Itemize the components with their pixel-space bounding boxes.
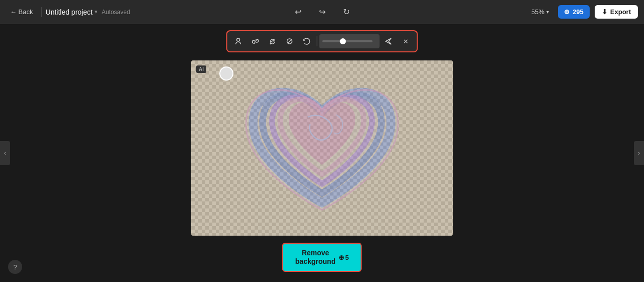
- heart-illustration: [191, 60, 453, 236]
- cost-value: 5: [345, 254, 349, 261]
- help-icon: ?: [13, 263, 17, 271]
- slider-thumb: [340, 38, 346, 44]
- brush-size-slider[interactable]: [319, 34, 380, 48]
- apply-tool-button[interactable]: [381, 33, 397, 49]
- lasso-tool-button[interactable]: [265, 33, 281, 49]
- remove-bg-line2: background: [295, 257, 336, 266]
- cost-icon: ⊕: [339, 254, 344, 261]
- project-title: Untitled project: [46, 8, 93, 16]
- back-label: ← Back: [10, 8, 33, 16]
- lasso-icon: [269, 37, 277, 45]
- export-button[interactable]: ⬇ Export: [595, 5, 638, 19]
- credits-count: 295: [573, 8, 584, 16]
- toolbar-divider: [317, 36, 317, 46]
- project-name-button[interactable]: Untitled project ▾: [46, 8, 98, 16]
- export-icon: ⬇: [602, 8, 607, 16]
- remove-bg-text: Remove background: [295, 249, 336, 266]
- slider-track: [323, 40, 373, 42]
- export-label: Export: [610, 8, 631, 16]
- canvas-area: ‹ ›: [0, 24, 644, 282]
- floating-toolbar: ✕: [226, 30, 418, 52]
- zoom-control[interactable]: 55% ▾: [527, 6, 553, 18]
- heart-svg: [226, 62, 418, 234]
- eraser-tool-button[interactable]: [282, 33, 298, 49]
- project-chevron-icon: ▾: [95, 9, 98, 15]
- credits-button[interactable]: ⊕ 295: [558, 5, 590, 19]
- zoom-chevron-icon: ▾: [546, 9, 549, 15]
- left-panel-toggle[interactable]: ‹: [0, 141, 10, 165]
- left-arrow-icon: ‹: [4, 150, 6, 157]
- send-icon: [385, 37, 393, 45]
- image-canvas: AI: [191, 60, 453, 236]
- svg-line-2: [288, 39, 292, 43]
- redo-icon: ↪: [319, 7, 326, 17]
- undo-icon: ↩: [295, 7, 301, 17]
- close-icon: ✕: [403, 38, 409, 45]
- right-arrow-icon: ›: [638, 150, 640, 157]
- redo-button[interactable]: ↪: [314, 4, 330, 20]
- eraser-icon: [286, 37, 294, 45]
- topbar: ← Back Untitled project ▾ Autosaved ↩ ↪ …: [0, 0, 644, 24]
- undo-button[interactable]: ↩: [290, 4, 306, 20]
- link-tool-button[interactable]: [248, 33, 264, 49]
- autosaved-label: Autosaved: [102, 9, 130, 16]
- topbar-left: ← Back Untitled project ▾ Autosaved: [6, 6, 130, 18]
- topbar-right: 55% ▾ ⊕ 295 ⬇ Export: [527, 5, 638, 19]
- zoom-value: 55%: [531, 8, 544, 16]
- remove-bg-line1: Remove: [302, 249, 329, 257]
- help-button[interactable]: ?: [8, 260, 22, 274]
- link-icon: [252, 37, 260, 45]
- svg-point-0: [237, 38, 240, 41]
- undo-brush-button[interactable]: [299, 33, 315, 49]
- select-tool-button[interactable]: [230, 33, 247, 49]
- topbar-divider: [41, 7, 42, 17]
- right-panel-toggle[interactable]: ›: [634, 141, 644, 165]
- credits-icon: ⊕: [564, 8, 570, 16]
- undo-brush-icon: [303, 37, 311, 45]
- refresh-icon: ↻: [343, 7, 350, 17]
- close-toolbar-button[interactable]: ✕: [398, 33, 414, 49]
- ai-badge: AI: [196, 65, 206, 73]
- select-icon: [234, 37, 243, 45]
- cost-badge: ⊕ 5: [339, 254, 349, 261]
- image-handle[interactable]: [219, 66, 233, 81]
- refresh-button[interactable]: ↻: [338, 4, 354, 20]
- back-button[interactable]: ← Back: [6, 6, 37, 18]
- topbar-center: ↩ ↪ ↻: [290, 4, 354, 20]
- remove-background-button[interactable]: Remove background ⊕ 5: [282, 243, 362, 272]
